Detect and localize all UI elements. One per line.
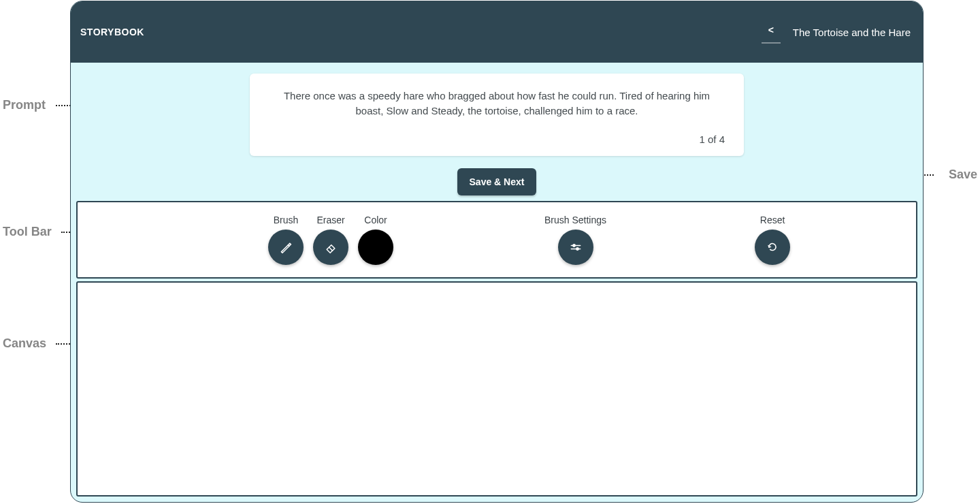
app-header: STORYBOOK < The Tortoise and the Hare xyxy=(71,1,923,63)
breadcrumb: < The Tortoise and the Hare xyxy=(762,20,911,44)
save-row: Save & Next xyxy=(71,168,923,195)
annotation-save-text: Save xyxy=(949,168,977,182)
undo-icon xyxy=(766,240,779,254)
annotation-toolbar-text: Tool Bar xyxy=(3,225,52,239)
prompt-text: There once was a speedy hare who bragged… xyxy=(272,89,721,119)
sliders-icon xyxy=(569,240,583,254)
toolbar-group-settings: Brush Settings xyxy=(544,215,606,265)
save-next-button[interactable]: Save & Next xyxy=(457,168,537,195)
chevron-left-icon: < xyxy=(768,25,774,35)
brand-label: STORYBOOK xyxy=(80,27,144,37)
color-picker-button[interactable] xyxy=(358,230,393,265)
annotation-save: Save xyxy=(949,168,977,182)
page-indicator: 1 of 4 xyxy=(269,133,725,145)
toolbar-group-reset: Reset xyxy=(755,215,790,265)
annotation-prompt-text: Prompt xyxy=(3,98,46,112)
tool-eraser: Eraser xyxy=(313,215,348,265)
tool-brush-label: Brush xyxy=(274,215,299,225)
tool-brush-settings-label: Brush Settings xyxy=(544,215,606,225)
eraser-button[interactable] xyxy=(313,230,348,265)
toolbar-groups: Brush Eraser xyxy=(88,215,905,265)
toolbar-group-drawing: Brush Eraser xyxy=(268,215,393,265)
svg-point-3 xyxy=(576,247,578,249)
eraser-icon xyxy=(324,240,338,254)
reset-button[interactable] xyxy=(755,230,790,265)
tool-color: Color xyxy=(358,215,393,265)
brush-settings-button[interactable] xyxy=(558,230,593,265)
story-title: The Tortoise and the Hare xyxy=(793,27,911,38)
annotation-canvas-text: Canvas xyxy=(3,336,46,351)
app-window: STORYBOOK < The Tortoise and the Hare Th… xyxy=(70,1,924,503)
brush-button[interactable] xyxy=(268,230,304,265)
tool-brush-settings: Brush Settings xyxy=(544,215,606,265)
drawing-canvas[interactable] xyxy=(76,281,917,497)
tool-brush: Brush xyxy=(268,215,304,265)
annotation-canvas: Canvas xyxy=(3,336,46,351)
tool-reset-label: Reset xyxy=(760,215,785,225)
brush-icon xyxy=(279,240,293,254)
annotation-prompt: Prompt xyxy=(3,98,46,112)
svg-point-1 xyxy=(572,244,574,246)
tool-color-label: Color xyxy=(364,215,387,225)
tool-reset: Reset xyxy=(755,215,790,265)
prompt-card: There once was a speedy hare who bragged… xyxy=(250,74,744,156)
annotation-toolbar: Tool Bar xyxy=(3,225,52,239)
toolbar: Brush Eraser xyxy=(76,201,917,279)
tool-eraser-label: Eraser xyxy=(316,215,344,225)
back-button[interactable]: < xyxy=(762,20,781,44)
